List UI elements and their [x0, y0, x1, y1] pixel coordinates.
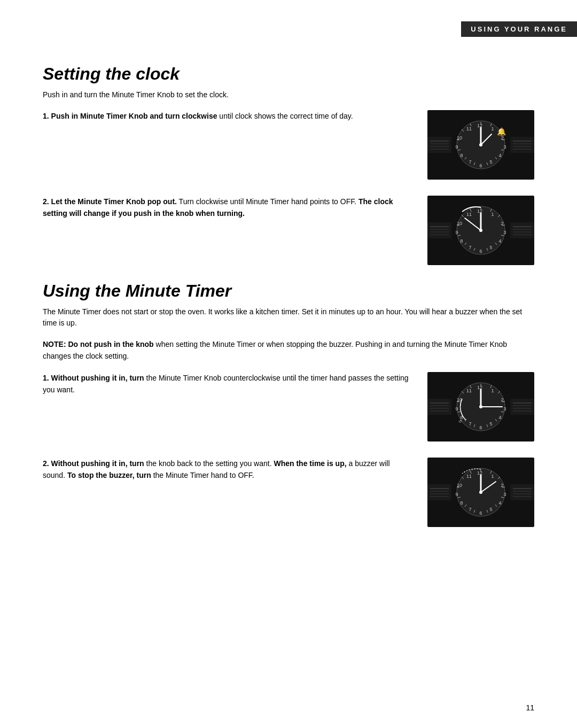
mt-step-2-normal-1: the knob back to the setting you want.: [144, 459, 274, 468]
svg-text:9: 9: [455, 492, 458, 497]
header-bar: USING YOUR RANGE: [461, 21, 577, 37]
svg-text:3: 3: [503, 492, 506, 497]
svg-text:7: 7: [469, 507, 471, 512]
minute-timer-step-2: 2. Without pushing it in, turn the knob …: [43, 458, 534, 527]
svg-text:7: 7: [469, 421, 471, 427]
note-bold: NOTE: Do not push in the knob: [43, 340, 154, 348]
svg-text:10: 10: [457, 135, 462, 141]
svg-text:6: 6: [479, 425, 482, 430]
svg-text:3: 3: [503, 144, 506, 150]
page-number: 11: [526, 703, 534, 712]
svg-point-151: [479, 491, 482, 494]
clock-image-2: 12 1 2 3 4 5 6 7 8 9 10 11: [427, 196, 534, 265]
step-number: 1.: [43, 112, 51, 120]
mt-step-1-bold: Without pushing it in, turn: [51, 374, 144, 382]
setting-clock-section: Setting the clock Push in and turn the M…: [43, 64, 534, 265]
step-2-bold: Let the Minute Timer Knob pop out.: [51, 197, 177, 206]
minute-timer-step-2-text: 2. Without pushing it in, turn the knob …: [43, 458, 411, 482]
step-normal-text: until clock shows the correct time of da…: [217, 112, 353, 120]
svg-rect-152: [427, 484, 451, 500]
svg-text:4: 4: [498, 238, 501, 244]
svg-text:6: 6: [479, 249, 482, 254]
step-number-2: 2.: [43, 197, 51, 206]
svg-text:12: 12: [477, 208, 482, 214]
svg-text:7: 7: [469, 159, 471, 165]
using-minute-timer-intro: The Minute Timer does not start or stop …: [43, 306, 534, 329]
svg-text:3: 3: [503, 406, 506, 412]
svg-rect-31: [427, 137, 451, 153]
svg-text:8: 8: [460, 500, 463, 506]
mt-step-number-1: 1.: [43, 374, 51, 382]
svg-point-29: [479, 143, 482, 146]
svg-rect-71: [427, 222, 451, 238]
svg-text:1: 1: [491, 388, 494, 393]
svg-text:6: 6: [479, 163, 482, 168]
mt-step-2-bold-3: To stop the buzzer, turn: [67, 471, 151, 479]
svg-text:12: 12: [477, 123, 482, 128]
svg-text:5: 5: [489, 507, 492, 512]
clock-image-4: 12 1 2 3 4 5 6 7 8 9 10 11: [427, 458, 534, 527]
svg-text:4: 4: [498, 415, 501, 420]
note-text: NOTE: Do not push in the knob when setti…: [43, 338, 534, 362]
svg-text:↺: ↺: [458, 419, 462, 424]
setting-clock-intro: Push in and turn the Minute Timer Knob t…: [43, 89, 534, 100]
svg-rect-36: [510, 137, 534, 153]
svg-text:10: 10: [457, 483, 462, 488]
svg-text:9: 9: [455, 230, 458, 235]
minute-timer-step-1: 1. Without pushing it in, turn the Minut…: [43, 372, 534, 442]
svg-text:12: 12: [477, 385, 482, 390]
svg-rect-157: [510, 484, 534, 500]
setting-clock-step-1-text: 1. Push in Minute Timer Knob and turn cl…: [43, 110, 411, 122]
svg-rect-112: [427, 399, 451, 415]
svg-text:2: 2: [501, 397, 503, 402]
mt-step-2-bold-2: When the time is up,: [274, 459, 346, 468]
svg-text:2: 2: [501, 483, 503, 488]
mt-step-2-normal-3: the Minute Timer hand to OFF.: [151, 471, 254, 479]
clock-image-3: 12 1 2 3 4 5 6 7 8 9 10 11: [427, 372, 534, 442]
svg-text:5: 5: [489, 421, 492, 427]
svg-text:10: 10: [457, 221, 462, 226]
svg-text:11: 11: [466, 126, 472, 131]
svg-text:12: 12: [477, 470, 482, 476]
svg-rect-117: [510, 399, 534, 415]
mt-step-2-bold-1: Without pushing it in, turn: [51, 459, 144, 468]
svg-text:11: 11: [466, 388, 472, 393]
svg-text:🔔: 🔔: [497, 127, 506, 136]
step-bold-text: Push in Minute Timer Knob and turn clock…: [51, 112, 217, 120]
clock-image-1: 12 1 2 3 4 5 6 7 8 9 10 11: [427, 110, 534, 180]
svg-text:3: 3: [503, 230, 506, 235]
svg-text:11: 11: [466, 212, 472, 217]
svg-text:5: 5: [489, 159, 492, 165]
svg-text:2: 2: [501, 135, 503, 141]
svg-text:4: 4: [498, 153, 501, 158]
setting-clock-step-2: 2. Let the Minute Timer Knob pop out. Tu…: [43, 196, 534, 265]
svg-point-70: [479, 229, 482, 232]
svg-text:2: 2: [501, 221, 503, 226]
using-minute-timer-title: Using the Minute Timer: [43, 281, 534, 301]
svg-text:8: 8: [460, 238, 463, 244]
using-minute-timer-section: Using the Minute Timer The Minute Timer …: [43, 281, 534, 527]
svg-point-110: [479, 405, 482, 408]
minute-timer-step-1-text: 1. Without pushing it in, turn the Minut…: [43, 372, 411, 396]
svg-text:9: 9: [455, 406, 458, 412]
mt-step-number-2: 2.: [43, 459, 51, 468]
header-label: USING YOUR RANGE: [471, 25, 567, 33]
setting-clock-title: Setting the clock: [43, 64, 534, 84]
setting-clock-step-2-text: 2. Let the Minute Timer Knob pop out. Tu…: [43, 196, 411, 220]
svg-text:9: 9: [455, 144, 458, 150]
svg-text:8: 8: [460, 153, 463, 158]
svg-text:5: 5: [489, 245, 492, 250]
svg-text:6: 6: [479, 510, 482, 516]
setting-clock-step-1: 1. Push in Minute Timer Knob and turn cl…: [43, 110, 534, 180]
svg-text:1: 1: [491, 474, 494, 479]
svg-rect-76: [510, 222, 534, 238]
svg-text:1: 1: [491, 126, 494, 131]
svg-text:7: 7: [469, 245, 471, 250]
step-2-normal-1: Turn clockwise until Minute Timer hand p…: [177, 197, 358, 206]
svg-text:4: 4: [498, 500, 501, 506]
svg-text:1: 1: [491, 212, 494, 217]
svg-text:11: 11: [466, 474, 472, 479]
